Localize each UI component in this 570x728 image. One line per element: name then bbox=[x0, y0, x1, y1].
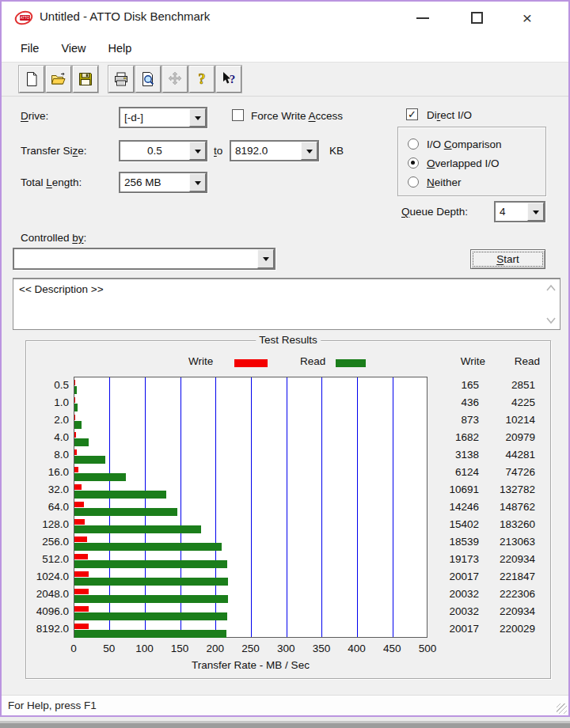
radio-icon[interactable] bbox=[408, 157, 419, 169]
context-help-button[interactable]: ? bbox=[216, 66, 241, 93]
queue-depth-select[interactable]: 4 bbox=[494, 201, 545, 222]
transfer-size-from-select[interactable]: 0.5 bbox=[119, 140, 207, 161]
radio-label: Overlapped I/O bbox=[427, 157, 500, 169]
read-legend-swatch bbox=[336, 359, 366, 367]
test-results-title: Test Results bbox=[256, 334, 321, 346]
x-axis-label: Transfer Rate - MB / Sec bbox=[74, 659, 428, 671]
y-axis-label: 16.0 bbox=[26, 464, 69, 481]
read-value: 4225 bbox=[486, 394, 535, 411]
x-axis-tick: 200 bbox=[207, 643, 225, 654]
svg-text:?: ? bbox=[230, 73, 236, 85]
chevron-down-icon[interactable] bbox=[189, 142, 206, 160]
taskbar-edge bbox=[0, 723, 570, 728]
x-axis-tick: 450 bbox=[383, 643, 401, 654]
open-file-icon bbox=[51, 71, 66, 87]
read-bar bbox=[74, 630, 226, 638]
radio-label: I/O Comparison bbox=[427, 138, 502, 150]
write-value: 436 bbox=[430, 394, 479, 411]
chevron-down-icon[interactable] bbox=[189, 108, 206, 127]
write-value: 6124 bbox=[430, 464, 479, 481]
radio-i-o-comparison[interactable]: I/O Comparison bbox=[408, 137, 502, 151]
print-preview-button[interactable] bbox=[135, 66, 161, 93]
y-axis-label: 64.0 bbox=[26, 499, 69, 516]
menu-view[interactable]: View bbox=[61, 42, 86, 55]
y-axis-label: 8192.0 bbox=[26, 620, 69, 638]
x-axis-tick: 50 bbox=[103, 643, 115, 654]
test-results-group: Test Results Write Read Write Read 0.51.… bbox=[25, 340, 551, 679]
scroll-up-icon[interactable] bbox=[545, 284, 557, 292]
read-value: 74726 bbox=[486, 464, 535, 481]
radio-icon[interactable] bbox=[408, 138, 419, 150]
print-icon bbox=[113, 71, 129, 87]
resize-grip-icon[interactable] bbox=[557, 703, 567, 714]
x-axis-tick: 150 bbox=[171, 643, 189, 654]
chevron-down-icon[interactable] bbox=[189, 173, 206, 191]
read-value: 220934 bbox=[486, 551, 535, 568]
radio-overlapped-i-o[interactable]: Overlapped I/O bbox=[408, 156, 500, 170]
radio-neither[interactable]: Neither bbox=[408, 175, 462, 189]
menu-file[interactable]: File bbox=[21, 42, 39, 55]
radio-label: Neither bbox=[427, 176, 462, 188]
force-write-access-checkbox[interactable] bbox=[232, 109, 244, 121]
write-bar bbox=[74, 537, 87, 542]
title-bar[interactable]: ATTO Untitled - ATTO Disk Benchmark × bbox=[2, 2, 568, 34]
write-bar bbox=[74, 519, 85, 525]
read-bar bbox=[74, 438, 89, 446]
chevron-down-icon[interactable] bbox=[301, 142, 317, 160]
drive-select[interactable]: [-d-] bbox=[119, 107, 207, 128]
controlled-by-select[interactable] bbox=[13, 248, 276, 270]
help-button[interactable]: ? bbox=[189, 66, 215, 93]
y-axis-label: 8.0 bbox=[26, 446, 69, 464]
close-button[interactable]: × bbox=[510, 2, 545, 34]
chevron-down-icon[interactable] bbox=[257, 249, 274, 268]
chevron-down-icon[interactable] bbox=[527, 203, 544, 221]
transfer-size-to-select[interactable]: 8192.0 bbox=[230, 140, 319, 161]
context-help-icon: ? bbox=[221, 71, 237, 87]
write-value: 20032 bbox=[430, 586, 479, 603]
read-bar bbox=[74, 456, 105, 464]
save-button[interactable] bbox=[73, 66, 98, 93]
read-bar bbox=[74, 612, 227, 620]
menu-help[interactable]: Help bbox=[108, 42, 132, 55]
status-bar: For Help, press F1 bbox=[2, 695, 568, 715]
to-label: to bbox=[214, 145, 222, 157]
write-bar bbox=[74, 554, 88, 559]
write-bar bbox=[74, 589, 89, 594]
save-icon bbox=[78, 71, 93, 87]
write-value: 19173 bbox=[430, 551, 479, 568]
svg-text:?: ? bbox=[199, 71, 206, 87]
new-document-button[interactable] bbox=[19, 66, 44, 93]
read-value: 220029 bbox=[486, 620, 535, 638]
write-value: 20017 bbox=[430, 620, 479, 638]
write-bar bbox=[74, 606, 89, 612]
open-file-button[interactable] bbox=[46, 66, 71, 93]
read-bar bbox=[74, 560, 227, 568]
x-axis-tick: 250 bbox=[241, 643, 260, 654]
write-value: 165 bbox=[430, 377, 479, 394]
maximize-button[interactable] bbox=[459, 2, 494, 34]
direct-io-checkbox[interactable]: ✓ bbox=[406, 108, 418, 120]
write-bar bbox=[74, 449, 77, 455]
print-preview-icon bbox=[140, 71, 156, 87]
write-value: 3138 bbox=[430, 446, 479, 464]
read-bar bbox=[74, 404, 78, 411]
write-value: 873 bbox=[430, 411, 479, 429]
write-value: 14246 bbox=[430, 499, 479, 516]
force-write-access-label: Force Write Access bbox=[251, 110, 343, 122]
y-axis-label: 2.0 bbox=[26, 411, 69, 429]
drive-label: Drive: bbox=[21, 110, 48, 122]
start-button[interactable]: Start bbox=[470, 249, 545, 269]
total-length-select[interactable]: 256 MB bbox=[119, 172, 207, 193]
print-button[interactable] bbox=[108, 66, 134, 93]
description-field[interactable]: << Description >> bbox=[13, 278, 560, 330]
radio-icon[interactable] bbox=[408, 176, 419, 188]
read-bar bbox=[74, 508, 177, 516]
gridline bbox=[393, 377, 393, 637]
queue-depth-label: Queue Depth: bbox=[401, 206, 468, 218]
chart-plot-area bbox=[74, 377, 428, 638]
gridline bbox=[287, 377, 287, 637]
transfer-size-label: Transfer Size: bbox=[21, 145, 87, 157]
read-value: 221847 bbox=[486, 568, 535, 586]
minimize-button[interactable] bbox=[405, 2, 440, 34]
scroll-down-icon[interactable] bbox=[545, 317, 557, 324]
